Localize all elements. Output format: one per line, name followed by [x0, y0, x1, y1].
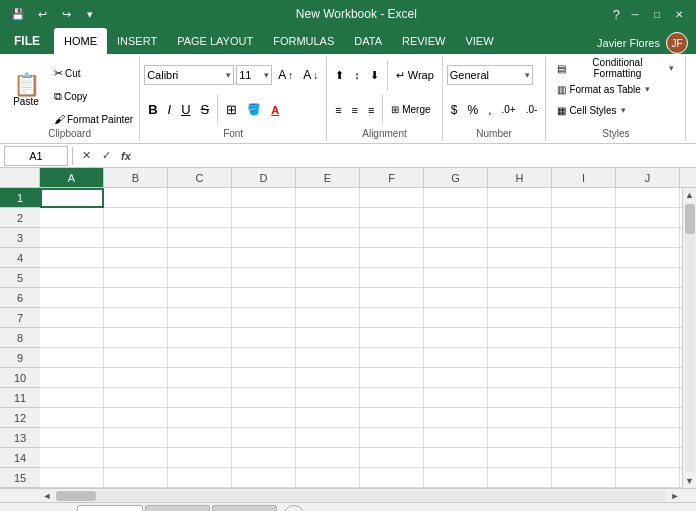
- currency-button[interactable]: $: [447, 99, 462, 121]
- row-header-8[interactable]: 8: [0, 328, 40, 348]
- bold-button[interactable]: B: [144, 99, 161, 121]
- formula-input[interactable]: [139, 149, 692, 163]
- sheet-tab-2[interactable]: Sheet2: [145, 505, 210, 512]
- cell-I6[interactable]: [552, 288, 616, 308]
- cell-G5[interactable]: [424, 268, 488, 288]
- cell-B11[interactable]: [104, 388, 168, 408]
- restore-button[interactable]: □: [648, 6, 666, 22]
- strikethrough-button[interactable]: S: [197, 99, 214, 121]
- cell-A2[interactable]: [40, 208, 104, 228]
- cell-E3[interactable]: [296, 228, 360, 248]
- row-header-6[interactable]: 6: [0, 288, 40, 308]
- cell-E7[interactable]: [296, 308, 360, 328]
- decrease-font-button[interactable]: A↓: [299, 64, 322, 86]
- cell-H3[interactable]: [488, 228, 552, 248]
- cell-D2[interactable]: [232, 208, 296, 228]
- row-header-1[interactable]: 1: [0, 188, 40, 208]
- cell-C2[interactable]: [168, 208, 232, 228]
- cell-J2[interactable]: [616, 208, 680, 228]
- cell-J11[interactable]: [616, 388, 680, 408]
- col-header-E[interactable]: E: [296, 168, 360, 187]
- cut-button[interactable]: ✂ Cut: [50, 62, 137, 84]
- cell-B4[interactable]: [104, 248, 168, 268]
- cell-I14[interactable]: [552, 448, 616, 468]
- user-avatar[interactable]: JF: [666, 32, 688, 54]
- cell-H11[interactable]: [488, 388, 552, 408]
- cell-J7[interactable]: [616, 308, 680, 328]
- cell-F14[interactable]: [360, 448, 424, 468]
- copy-button[interactable]: ⧉ Copy: [50, 85, 137, 107]
- cell-E6[interactable]: [296, 288, 360, 308]
- tab-review[interactable]: REVIEW: [392, 28, 455, 54]
- scroll-up-button[interactable]: ▲: [683, 188, 697, 202]
- cell-I11[interactable]: [552, 388, 616, 408]
- col-header-J[interactable]: J: [616, 168, 680, 187]
- tab-view[interactable]: VIEW: [455, 28, 503, 54]
- cell-G11[interactable]: [424, 388, 488, 408]
- font-name-combo[interactable]: Calibri ▾: [144, 65, 234, 85]
- cell-H2[interactable]: [488, 208, 552, 228]
- cell-C6[interactable]: [168, 288, 232, 308]
- cell-B2[interactable]: [104, 208, 168, 228]
- cell-C14[interactable]: [168, 448, 232, 468]
- cell-K15[interactable]: [680, 468, 682, 488]
- paste-button[interactable]: 📋 Paste: [4, 58, 48, 122]
- align-center-button[interactable]: ≡: [348, 99, 362, 121]
- cell-I12[interactable]: [552, 408, 616, 428]
- cell-K13[interactable]: [680, 428, 682, 448]
- cell-I4[interactable]: [552, 248, 616, 268]
- cell-J14[interactable]: [616, 448, 680, 468]
- font-color-button[interactable]: A: [267, 99, 283, 121]
- cell-B8[interactable]: [104, 328, 168, 348]
- cell-A13[interactable]: [40, 428, 104, 448]
- cell-J8[interactable]: [616, 328, 680, 348]
- cell-E14[interactable]: [296, 448, 360, 468]
- confirm-formula-button[interactable]: ✓: [97, 147, 115, 165]
- cell-J10[interactable]: [616, 368, 680, 388]
- cell-G7[interactable]: [424, 308, 488, 328]
- number-format-combo[interactable]: General ▾: [447, 65, 533, 85]
- cell-D10[interactable]: [232, 368, 296, 388]
- cell-K14[interactable]: [680, 448, 682, 468]
- col-header-A[interactable]: A: [40, 168, 104, 187]
- cell-A11[interactable]: [40, 388, 104, 408]
- scroll-down-button[interactable]: ▼: [683, 474, 697, 488]
- col-header-D[interactable]: D: [232, 168, 296, 187]
- cell-I3[interactable]: [552, 228, 616, 248]
- cell-H13[interactable]: [488, 428, 552, 448]
- cell-E10[interactable]: [296, 368, 360, 388]
- cell-F13[interactable]: [360, 428, 424, 448]
- cell-F6[interactable]: [360, 288, 424, 308]
- percent-button[interactable]: %: [464, 99, 483, 121]
- cell-D15[interactable]: [232, 468, 296, 488]
- cell-F15[interactable]: [360, 468, 424, 488]
- cell-G3[interactable]: [424, 228, 488, 248]
- cell-A15[interactable]: [40, 468, 104, 488]
- cell-C8[interactable]: [168, 328, 232, 348]
- row-header-10[interactable]: 10: [0, 368, 40, 388]
- cell-G14[interactable]: [424, 448, 488, 468]
- cell-D12[interactable]: [232, 408, 296, 428]
- col-header-B[interactable]: B: [104, 168, 168, 187]
- cell-A4[interactable]: [40, 248, 104, 268]
- cell-A14[interactable]: [40, 448, 104, 468]
- cell-K5[interactable]: [680, 268, 682, 288]
- cell-E15[interactable]: [296, 468, 360, 488]
- cell-F7[interactable]: [360, 308, 424, 328]
- cell-C11[interactable]: [168, 388, 232, 408]
- top-align-button[interactable]: ⬆: [331, 64, 348, 86]
- row-header-4[interactable]: 4: [0, 248, 40, 268]
- cell-D3[interactable]: [232, 228, 296, 248]
- cell-E4[interactable]: [296, 248, 360, 268]
- cell-F8[interactable]: [360, 328, 424, 348]
- cell-C13[interactable]: [168, 428, 232, 448]
- cell-C3[interactable]: [168, 228, 232, 248]
- cell-K7[interactable]: [680, 308, 682, 328]
- name-box[interactable]: [4, 146, 68, 166]
- row-header-12[interactable]: 12: [0, 408, 40, 428]
- cell-H6[interactable]: [488, 288, 552, 308]
- cell-A10[interactable]: [40, 368, 104, 388]
- cell-K11[interactable]: [680, 388, 682, 408]
- row-header-14[interactable]: 14: [0, 448, 40, 468]
- cell-F1[interactable]: [360, 188, 424, 208]
